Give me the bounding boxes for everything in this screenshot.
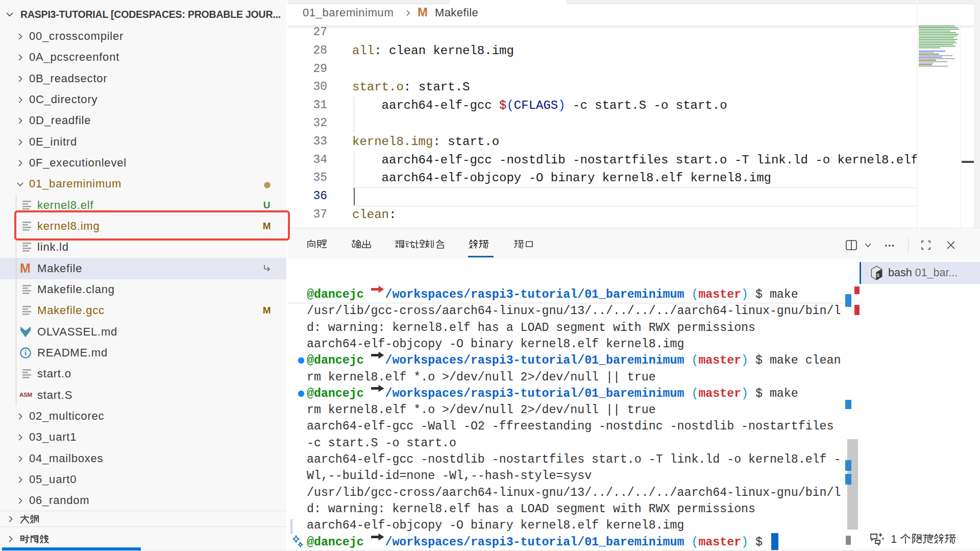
svg-text:$: $ — [877, 273, 880, 278]
